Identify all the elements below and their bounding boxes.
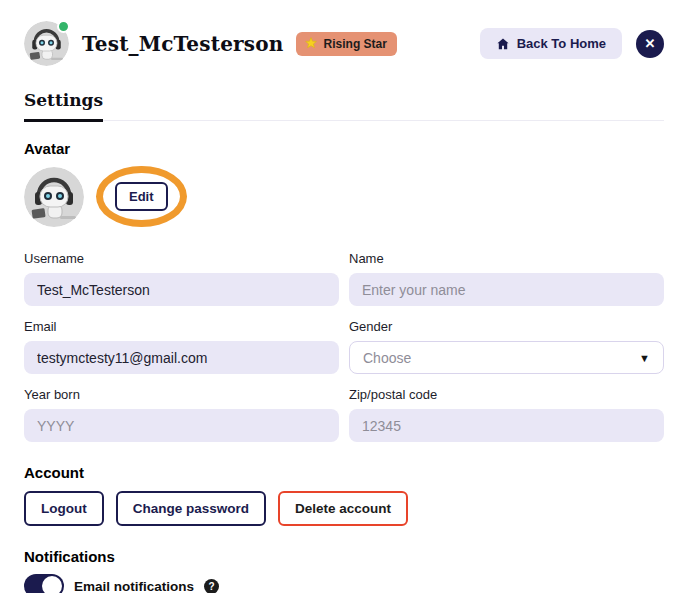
year-born-field-group: Year born [24, 387, 339, 442]
notifications-section: Notifications Email notifications ? [24, 548, 664, 593]
star-icon [304, 37, 318, 51]
badge-label: Rising Star [324, 37, 387, 51]
help-icon[interactable]: ? [204, 579, 219, 593]
avatar-section: Avatar Edit [24, 140, 664, 227]
account-section: Account Logout Change password Delete ac… [24, 464, 664, 526]
header: Test_McTesterson Rising Star Back To Hom… [24, 21, 664, 66]
username-input[interactable] [24, 273, 339, 306]
online-status-dot [57, 20, 70, 33]
zip-label: Zip/postal code [349, 387, 664, 402]
close-button[interactable]: ✕ [636, 30, 664, 58]
gender-selected-value: Choose [363, 350, 411, 366]
zip-input[interactable] [349, 409, 664, 442]
back-to-home-button[interactable]: Back To Home [480, 28, 622, 59]
email-label: Email [24, 319, 339, 334]
header-avatar [24, 21, 69, 66]
name-input[interactable] [349, 273, 664, 306]
toggle-knob [42, 576, 62, 593]
username-field-group: Username [24, 251, 339, 306]
profile-form: Username Name Email Gender Choose ▼ Year… [24, 251, 664, 442]
avatar-heading: Avatar [24, 140, 664, 157]
profile-avatar-image [24, 167, 84, 227]
logout-button[interactable]: Logout [24, 491, 104, 526]
notifications-heading: Notifications [24, 548, 664, 565]
year-born-label: Year born [24, 387, 339, 402]
email-input[interactable] [24, 341, 339, 374]
delete-account-button[interactable]: Delete account [278, 491, 408, 526]
tab-settings[interactable]: Settings [24, 90, 103, 122]
email-notifications-label: Email notifications [74, 579, 194, 593]
close-icon: ✕ [645, 37, 656, 50]
account-heading: Account [24, 464, 664, 481]
gender-field-group: Gender Choose ▼ [349, 319, 664, 374]
gender-label: Gender [349, 319, 664, 334]
tab-bar: Settings [24, 90, 664, 121]
username-label: Username [24, 251, 339, 266]
change-password-button[interactable]: Change password [116, 491, 266, 526]
username-title: Test_McTesterson [82, 32, 284, 56]
rising-star-badge: Rising Star [296, 32, 397, 56]
name-field-group: Name [349, 251, 664, 306]
home-icon [496, 37, 510, 51]
edit-avatar-button[interactable]: Edit [115, 182, 168, 211]
email-notifications-toggle[interactable] [24, 574, 64, 593]
header-actions: Back To Home ✕ [480, 28, 664, 59]
gender-select[interactable]: Choose ▼ [349, 341, 664, 374]
chevron-down-icon: ▼ [639, 352, 650, 364]
back-to-home-label: Back To Home [517, 36, 606, 51]
settings-modal: Test_McTesterson Rising Star Back To Hom… [0, 0, 688, 593]
edit-highlight-ring: Edit [96, 166, 187, 227]
name-label: Name [349, 251, 664, 266]
year-born-input[interactable] [24, 409, 339, 442]
email-field-group: Email [24, 319, 339, 374]
zip-field-group: Zip/postal code [349, 387, 664, 442]
